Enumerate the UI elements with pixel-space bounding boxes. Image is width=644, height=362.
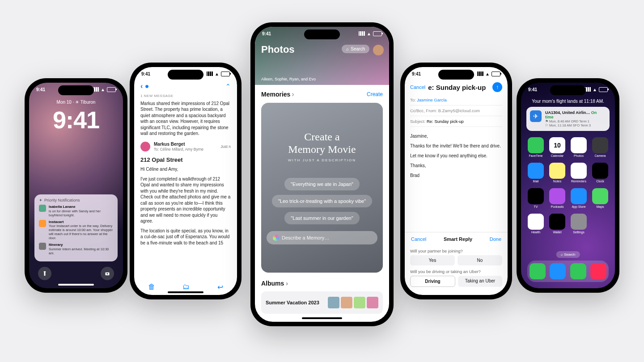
wifi-icon: ▲ [593, 87, 597, 92]
suggestion-chip[interactable]: "Everything we ate in Japan" [284, 178, 360, 190]
sender-name: Markus Berget [154, 141, 203, 147]
dock-app[interactable] [570, 263, 586, 279]
album-row[interactable]: Summer Vacation 2023 [261, 291, 383, 314]
back-button[interactable]: ‹ ● [140, 82, 149, 90]
app-label: TV [534, 205, 538, 208]
to-field[interactable]: To: Jasmine García [410, 95, 502, 105]
app-icon-app-store[interactable]: App Store [570, 188, 587, 208]
app-icon-settings[interactable]: Settings [570, 214, 587, 234]
profile-avatar[interactable] [373, 45, 384, 55]
siri-response: Your mom's flight lands at 11:18 AM. [527, 99, 609, 104]
albums-header[interactable]: Albums › [261, 280, 288, 287]
compose-fields: To: Jasmine García Cc/Bcc, From: B.Zamy5… [410, 95, 502, 127]
archive-icon[interactable]: 🗂 [182, 283, 190, 291]
cc-field[interactable]: Cc/Bcc, From: B.Zamy5@icloud.com [410, 105, 502, 116]
summary-label: 1 NEW MESSAGE [140, 94, 231, 99]
trash-icon[interactable]: 🗑 [148, 283, 155, 291]
reply-option-selected[interactable]: Driving [410, 276, 455, 287]
app-icon-podcasts[interactable]: Podcasts [549, 188, 566, 208]
notif-row[interactable]: Isabella Lananeis on for dinner with San… [39, 205, 113, 217]
app-icon-wallet[interactable]: Wallet [549, 214, 566, 234]
suggestion-chip[interactable]: "Leo trick-or-treating with a spooky vib… [272, 195, 372, 207]
chevron-right-icon: › [292, 90, 294, 98]
reply-option[interactable]: No [458, 255, 502, 265]
reply-icon[interactable]: ↩ [217, 283, 223, 291]
app-icon [571, 214, 587, 230]
camera-button[interactable] [101, 267, 114, 280]
app-icon-calendar[interactable]: 10Calendar [549, 137, 566, 157]
wifi-icon: ▲ [367, 31, 371, 36]
app-icon-health[interactable]: Health [527, 214, 544, 234]
memory-movie-card: Create aMemory Movie WITH JUST A DESCRIP… [261, 103, 383, 273]
app-icon-maps[interactable]: Maps [592, 188, 609, 208]
nav-bar: ‹ ● ⌃ [134, 80, 237, 92]
dock-app[interactable] [550, 263, 566, 279]
dynamic-island [438, 70, 474, 80]
compose-body[interactable]: Jasmine, Thanks for the invite! We'll be… [410, 133, 502, 182]
reply-option[interactable]: Yes [410, 255, 455, 265]
people-caption: Aileen, Sophie, Ryan, and Evo [261, 77, 316, 81]
memories-header: Memories› Create [261, 90, 383, 98]
app-icon-reminders[interactable]: Reminders [570, 163, 587, 183]
suggestion-chip[interactable]: "Last summer in our garden" [284, 212, 359, 224]
phone-mail-compose: 9:41 ▲ Cancel e: Sunday pick-up ↑ To: Ja… [400, 63, 512, 299]
home-indicator[interactable] [302, 317, 342, 319]
app-icon-facetime[interactable]: FaceTime [527, 137, 544, 157]
status-time: 9:41 [412, 72, 421, 76]
up-arrow-icon[interactable]: ⌃ [225, 83, 231, 90]
mail-paragraph: The location is quite special, as you kn… [140, 228, 231, 246]
app-label: Podcasts [551, 205, 564, 208]
signal-icon [359, 31, 365, 36]
app-icon-mail[interactable]: Mail [527, 163, 544, 183]
memory-prompt-input[interactable]: Describe a Memory… [267, 231, 377, 244]
thumbnail [367, 297, 378, 308]
section-title[interactable]: Memories [261, 91, 290, 98]
phone-photos: 9:41 ▲ Photos ⌕Search Aileen, Sophie, Ry… [250, 22, 394, 326]
smart-reply-question: Will you be driving or taking an Uber? D… [410, 269, 502, 287]
search-button[interactable]: ⌕Search [342, 45, 369, 53]
app-icon-notes[interactable]: Notes [549, 163, 566, 183]
signal-icon [477, 72, 483, 76]
send-button[interactable]: ↑ [492, 82, 502, 92]
instacart-icon [39, 220, 46, 227]
phone-lockscreen: 9:41 ▲ Mon 10 · ☀ Tiburon 9:41 ✦Priority… [25, 78, 127, 293]
app-icon-clock[interactable]: Clock [592, 163, 609, 183]
app-icon-photos[interactable]: Photos [570, 137, 587, 157]
flight-card[interactable]: ✈ UA1304, United Airlin… On time ⚑ Mon, … [526, 107, 610, 131]
app-icon [528, 137, 544, 153]
flashlight-button[interactable] [38, 267, 51, 280]
app-label: Photos [574, 154, 584, 157]
app-label: Maps [596, 205, 604, 208]
mail-toolbar: 🗑 🗂 ↩ [134, 283, 237, 291]
app-label: Reminders [571, 180, 586, 183]
sender-row[interactable]: Markus BergetTo: Céline Millard, Amy Byr… [140, 141, 231, 152]
notif-header: ✦Priority Notifications [39, 198, 113, 202]
home-indicator[interactable] [168, 291, 203, 293]
app-icon-tv[interactable]: TV [527, 188, 544, 208]
app-icon [39, 243, 46, 250]
status-time: 9:41 [528, 87, 537, 92]
home-indicator[interactable] [58, 284, 94, 286]
mail-body[interactable]: 1 NEW MESSAGE Markus shared their impres… [140, 94, 231, 277]
dock [527, 261, 609, 282]
sr-cancel-button[interactable]: Cancel [411, 236, 426, 242]
ai-summary: Markus shared their impressions of 212 O… [140, 101, 231, 137]
smart-reply-question: Will your partner be joining? YesNo [410, 248, 502, 265]
dock-app[interactable] [590, 263, 606, 279]
thumbnail [354, 297, 365, 308]
lock-clock: 9:41 [29, 106, 123, 134]
app-icon-camera[interactable]: Camera [592, 137, 609, 157]
sent-time: Just n [220, 144, 231, 149]
dock-app[interactable] [530, 263, 546, 279]
spotlight-pill[interactable]: ⌕ Search [556, 251, 580, 258]
subject-field[interactable]: Subject: Re: Sunday pick-up [410, 116, 502, 127]
sr-done-button[interactable]: Done [490, 236, 501, 242]
reply-option[interactable]: Taking an Uber [458, 276, 502, 287]
priority-notifications[interactable]: ✦Priority Notifications Isabella Lananei… [34, 194, 118, 261]
notif-row[interactable]: ItinerarySummer intern arrived. Meeting … [39, 243, 113, 255]
create-button[interactable]: Create [367, 91, 383, 97]
app-label: Wallet [553, 231, 561, 234]
notif-row[interactable]: InstacartYour Instacart order is on the … [39, 220, 113, 240]
smart-reply-bar: Cancel Smart Reply Done [405, 232, 508, 246]
cancel-button[interactable]: Cancel [410, 84, 425, 90]
